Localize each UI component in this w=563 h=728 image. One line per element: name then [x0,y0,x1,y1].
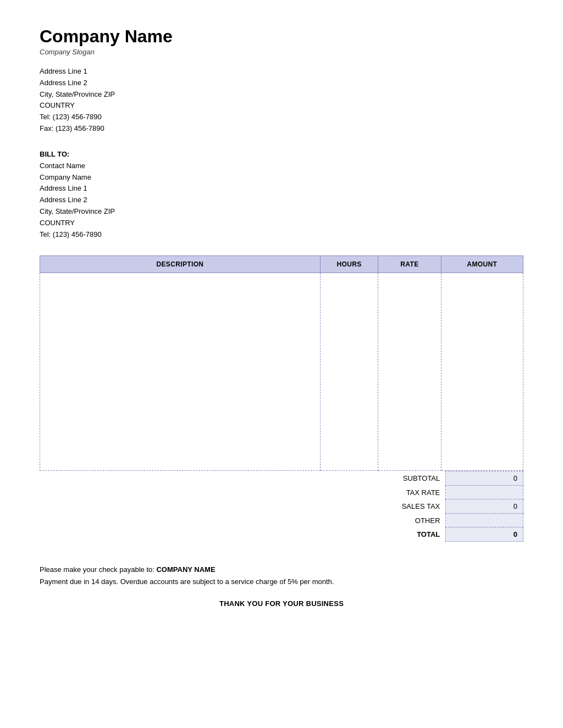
payment-terms: Payment due in 14 days. Overdue accounts… [40,576,523,588]
company-address-line2: Address Line 2 [40,77,523,89]
table-header-amount: AMOUNT [441,256,523,273]
company-slogan: Company Slogan [40,48,523,56]
company-fax: Fax: (123) 456-7890 [40,123,523,135]
subtotal-label: SUBTOTAL [102,471,445,486]
company-address-line1: Address Line 1 [40,66,523,77]
subtotal-value: 0 [446,471,523,486]
payment-company: COMPANY NAME [156,565,215,574]
table-header-row: DESCRIPTION HOURS RATE AMOUNT [40,256,523,273]
table-header-hours: HOURS [320,256,378,273]
other-row: OTHER [40,514,523,527]
bill-to-address-line1: Address Line 1 [40,183,523,194]
sales-tax-spacer [40,499,102,514]
summary-table: SUBTOTAL 0 TAX RATE SALES TAX 0 OTHER TO… [40,471,523,542]
subtotal-row: SUBTOTAL 0 [40,471,523,486]
bill-to-address-line2: Address Line 2 [40,194,523,206]
table-header-description: DESCRIPTION [40,256,321,273]
footer-section: Please make your check payable to: COMPA… [40,564,523,610]
company-country: COUNTRY [40,100,523,112]
invoice-table: DESCRIPTION HOURS RATE AMOUNT [40,255,523,471]
bill-to-address: Contact Name Company Name Address Line 1… [40,160,523,241]
table-empty-desc [40,273,321,471]
tax-rate-label: TAX RATE [102,486,445,499]
total-row: TOTAL 0 [40,527,523,542]
tax-rate-row: TAX RATE [40,486,523,499]
company-tel: Tel: (123) 456-7890 [40,112,523,123]
table-empty-row [40,273,523,471]
table-empty-rate [378,273,441,471]
total-label: TOTAL [102,527,445,542]
bill-to-contact-name: Contact Name [40,160,523,172]
bill-to-company-name: Company Name [40,172,523,184]
total-value: 0 [446,527,523,542]
other-value [446,514,523,527]
total-spacer [40,527,102,542]
table-empty-hours [320,273,378,471]
tax-rate-spacer [40,486,102,499]
sales-tax-value: 0 [446,499,523,514]
company-city-state-zip: City, State/Province ZIP [40,89,523,101]
payment-note: Please make your check payable to: COMPA… [40,564,523,576]
bill-to-section: BILL TO: Contact Name Company Name Addre… [40,150,523,241]
payment-text-prefix: Please make your check payable to: [40,565,156,574]
bill-to-country: COUNTRY [40,218,523,229]
thank-you: THANK YOU FOR YOUR BUSINESS [40,597,523,610]
other-label: OTHER [102,514,445,527]
bill-to-city-state-zip: City, State/Province ZIP [40,206,523,218]
sales-tax-row: SALES TAX 0 [40,499,523,514]
company-name: Company Name [40,26,523,47]
other-spacer [40,514,102,527]
tax-rate-value [446,486,523,499]
bill-to-tel: Tel: (123) 456-7890 [40,229,523,241]
subtotal-spacer [40,471,102,486]
company-address: Address Line 1 Address Line 2 City, Stat… [40,66,523,135]
table-empty-amount [441,273,523,471]
table-header-rate: RATE [378,256,441,273]
sales-tax-label: SALES TAX [102,499,445,514]
bill-to-label: BILL TO: [40,150,523,158]
